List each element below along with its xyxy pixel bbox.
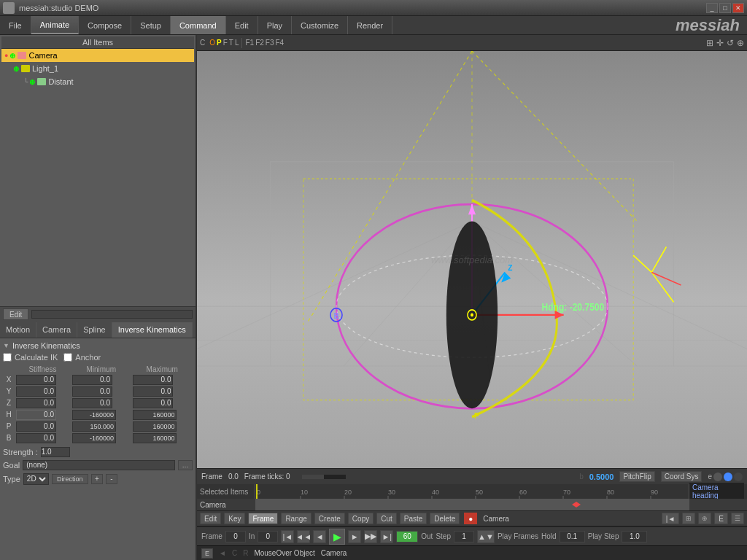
goal-input[interactable] xyxy=(23,460,175,470)
x-min-input[interactable] xyxy=(72,375,112,385)
viewport-3d[interactable]: B Hdng: -20.7500 Z P ww xyxy=(197,51,747,468)
y-max-input[interactable] xyxy=(133,386,173,397)
tab-camera[interactable]: Camera xyxy=(36,322,77,338)
section-toggle-icon[interactable]: ▼ xyxy=(3,342,9,349)
end-frame-input[interactable] xyxy=(396,531,418,542)
step-arrows[interactable]: ▲▼ xyxy=(477,530,495,543)
go-start-button[interactable]: |◄ xyxy=(281,530,294,543)
hold-input[interactable] xyxy=(560,531,585,542)
pitch-flip-button[interactable]: PitchFlip xyxy=(619,471,654,482)
status-e-button[interactable]: E xyxy=(201,548,213,559)
vp-f1[interactable]: F1 xyxy=(245,39,254,47)
key-button[interactable]: Key xyxy=(224,513,245,524)
step-forward-button[interactable]: ► xyxy=(348,530,361,543)
prev-keyframe-button[interactable]: |◄ xyxy=(662,513,680,524)
h-max-input[interactable] xyxy=(133,410,177,420)
timeline-ruler[interactable]: 0 10 20 30 40 50 60 70 80 90 xyxy=(255,484,689,499)
vp-f4[interactable]: F4 xyxy=(275,39,284,47)
vp-f3[interactable]: F3 xyxy=(266,39,274,47)
maximize-button[interactable]: □ xyxy=(719,3,731,13)
vp-icon-search[interactable]: ⊕ xyxy=(737,38,744,48)
y-min-input[interactable] xyxy=(72,386,112,397)
h-min-input[interactable] xyxy=(72,410,116,420)
menu-render[interactable]: Render xyxy=(348,16,392,34)
scene-item-distant[interactable]: └ ⊕ Distant xyxy=(1,75,194,88)
paste-button[interactable]: Paste xyxy=(400,513,427,524)
menu-edit[interactable]: Edit xyxy=(226,16,258,34)
step-back-button[interactable]: ◄ xyxy=(313,530,326,543)
b-max-input[interactable] xyxy=(133,433,177,443)
z-stiffness-input[interactable] xyxy=(16,398,56,408)
type-select[interactable]: 2D 3D xyxy=(23,473,49,485)
p-stiffness-input[interactable] xyxy=(16,421,56,432)
prev-frame-button[interactable]: ◄◄ xyxy=(297,530,310,543)
status-circle-3[interactable] xyxy=(734,472,743,481)
menu-setup[interactable]: Setup xyxy=(131,16,171,34)
edit-button[interactable]: Edit xyxy=(3,308,28,320)
frame-button[interactable]: Frame xyxy=(248,513,278,524)
vp-c[interactable]: C xyxy=(200,39,205,47)
menu-command[interactable]: Command xyxy=(171,16,226,34)
vp-f[interactable]: F xyxy=(223,39,228,47)
b-stiffness-input[interactable] xyxy=(16,433,56,443)
go-end-button[interactable]: ►| xyxy=(380,530,393,543)
x-max-input[interactable] xyxy=(133,375,173,385)
vp-f2[interactable]: F2 xyxy=(255,39,264,47)
step-input[interactable] xyxy=(454,531,474,542)
menu-file[interactable]: File xyxy=(0,16,31,34)
coord-sys-button[interactable]: Coord Sys xyxy=(661,471,703,482)
vp-o[interactable]: O xyxy=(209,39,215,47)
next-frame-button[interactable]: ▶▶ xyxy=(364,530,377,543)
range-button[interactable]: Range xyxy=(281,513,311,524)
x-stiffness-input[interactable] xyxy=(16,375,56,385)
vp-icon-undo[interactable]: ↺ xyxy=(727,38,734,48)
frame-input[interactable] xyxy=(225,531,246,542)
anchor-checkbox[interactable]: Anchor xyxy=(63,353,101,362)
play-step-input[interactable] xyxy=(622,531,647,542)
cut-button[interactable]: Cut xyxy=(376,513,397,524)
strength-input[interactable] xyxy=(41,447,70,457)
minimize-button[interactable]: _ xyxy=(706,3,718,13)
anim-right-controls[interactable]: ⊞ xyxy=(682,513,695,524)
edit-anim-button[interactable]: Edit xyxy=(200,513,221,524)
tab-spline[interactable]: Spline xyxy=(77,322,112,338)
vp-icon-move[interactable]: ✛ xyxy=(716,38,724,48)
b-min-input[interactable] xyxy=(72,433,116,443)
delete-button[interactable]: Delete xyxy=(430,513,460,524)
tab-motion[interactable]: Motion xyxy=(0,322,36,338)
scene-item-camera[interactable]: ● ⊕ Camera xyxy=(1,49,194,62)
horizontal-scrollbar[interactable] xyxy=(31,310,193,319)
scene-item-light[interactable]: ⊕ Light_1 xyxy=(1,62,194,75)
play-pause-button[interactable]: ▶ xyxy=(329,529,345,545)
copy-button[interactable]: Copy xyxy=(348,513,374,524)
p-min-input[interactable] xyxy=(72,421,116,432)
h-stiffness-input[interactable] xyxy=(16,410,56,420)
calculate-ik-checkbox[interactable]: Calculate IK xyxy=(3,353,58,362)
menu-animate[interactable]: Animate xyxy=(31,16,79,34)
vp-t[interactable]: T xyxy=(229,39,233,47)
status-circle-2[interactable] xyxy=(724,472,732,481)
goal-browse-button[interactable]: … xyxy=(178,460,193,470)
z-min-input[interactable] xyxy=(72,398,112,408)
vp-l[interactable]: L xyxy=(235,39,239,47)
menu-play[interactable]: Play xyxy=(258,16,292,34)
direction-minus-button[interactable]: - xyxy=(106,474,117,484)
in-input[interactable] xyxy=(258,531,278,542)
zoom-in-button[interactable]: ⊕ xyxy=(698,513,711,524)
direction-plus-button[interactable]: + xyxy=(91,474,103,484)
vp-p[interactable]: P xyxy=(217,39,222,47)
menu-compose[interactable]: Compose xyxy=(79,16,131,34)
status-circle-1[interactable] xyxy=(713,472,722,481)
timeline-track[interactable] xyxy=(255,499,689,510)
e-button[interactable]: E xyxy=(714,513,728,524)
close-button[interactable]: ✕ xyxy=(732,3,744,13)
create-button[interactable]: Create xyxy=(314,513,345,524)
menu-customize[interactable]: Customize xyxy=(292,16,348,34)
y-stiffness-input[interactable] xyxy=(16,386,56,397)
vp-icon-grid[interactable]: ⊞ xyxy=(706,38,713,48)
record-button[interactable]: ● xyxy=(464,513,477,524)
z-max-input[interactable] xyxy=(133,398,173,408)
p-max-input[interactable] xyxy=(133,421,177,432)
tab-inverse-kinematics[interactable]: Inverse Kinematics xyxy=(112,322,193,338)
zoom-controls[interactable]: ☰ xyxy=(731,513,744,524)
